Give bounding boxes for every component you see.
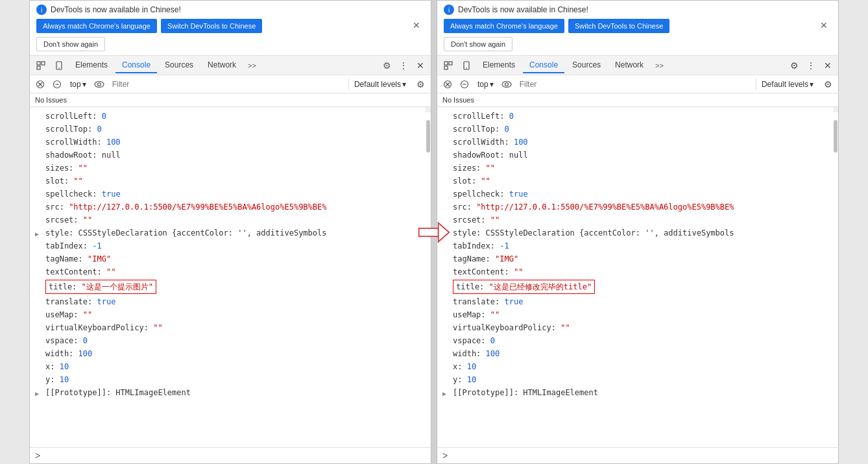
right-levels-dropdown-icon: ▾ xyxy=(810,80,814,89)
right-phone-icon[interactable] xyxy=(458,57,475,74)
left-dont-show-button[interactable]: Don't show again xyxy=(36,37,105,51)
left-match-language-button[interactable]: Always match Chrome's language xyxy=(36,19,157,33)
left-notification-title: DevTools is now available in Chinese! xyxy=(51,5,181,14)
left-clear-console-button[interactable] xyxy=(32,77,48,92)
list-item: slot: "" xyxy=(30,175,431,188)
left-tab-more[interactable]: >> xyxy=(244,59,260,72)
right-title-line: title: "这是已经修改完毕的title" xyxy=(437,278,838,295)
list-item: slot: "" xyxy=(437,175,838,188)
left-default-levels[interactable]: Default levels ▾ xyxy=(348,79,411,90)
left-prompt-icon: > xyxy=(35,450,40,461)
right-tab-controls: ⚙ ⋮ ✕ xyxy=(786,58,836,73)
left-tab-network[interactable]: Network xyxy=(201,58,243,73)
list-item: translate: true xyxy=(437,295,838,308)
list-item: scrollLeft: 0 xyxy=(30,110,431,123)
right-tab-sources[interactable]: Sources xyxy=(566,58,607,73)
list-item: sizes: "" xyxy=(30,162,431,175)
left-tab-bar: Elements Console Sources Network >> ⚙ ⋮ … xyxy=(30,56,431,75)
list-item: tagName: "IMG" xyxy=(30,252,431,265)
list-item: textContent: "" xyxy=(437,265,838,278)
list-item: style: CSSStyleDeclaration {accentColor:… xyxy=(437,226,838,239)
left-tab-sources[interactable]: Sources xyxy=(158,58,200,73)
left-devtools-panel: i DevTools is now available in Chinese! … xyxy=(29,0,431,464)
right-dont-show-button[interactable]: Don't show again xyxy=(444,37,512,51)
list-item: scrollLeft: 0 xyxy=(437,110,838,123)
right-notification-buttons: Always match Chrome's language Switch De… xyxy=(444,19,832,33)
left-console-toolbar: top ▾ Default levels ▾ ⚙ xyxy=(30,75,431,93)
right-gear-button[interactable]: ⚙ xyxy=(820,77,836,92)
right-tab-elements[interactable]: Elements xyxy=(476,58,522,73)
right-notification-bar: i DevTools is now available in Chinese! … xyxy=(437,1,838,56)
left-default-levels-label: Default levels xyxy=(354,80,401,89)
right-tab-more[interactable]: >> xyxy=(651,59,668,72)
right-more-icon[interactable]: ⋮ xyxy=(803,58,819,73)
left-console-content[interactable]: scrollLeft: 0 scrollTop: 0 scrollWidth: … xyxy=(30,107,431,447)
left-settings-icon[interactable]: ⚙ xyxy=(379,58,394,73)
right-devtools-panel: i DevTools is now available in Chinese! … xyxy=(437,0,839,464)
right-switch-chinese-button[interactable]: Switch DevTools to Chinese xyxy=(568,19,669,33)
left-top-selector[interactable]: top ▾ xyxy=(66,79,90,90)
right-title-highlighted: title: "这是已经修改完毕的title" xyxy=(453,280,595,294)
right-top-selector[interactable]: top ▾ xyxy=(474,79,498,90)
left-tab-elements[interactable]: Elements xyxy=(69,58,114,73)
right-settings-icon[interactable]: ⚙ xyxy=(786,58,802,73)
left-notification-title-row: i DevTools is now available in Chinese! xyxy=(36,5,424,15)
svg-rect-12 xyxy=(419,228,439,236)
list-item: textContent: "" xyxy=(30,265,431,278)
arrow-container xyxy=(415,0,453,464)
left-no-issues-label: No Issues xyxy=(35,96,67,104)
list-item: tagName: "IMG" xyxy=(437,252,838,265)
svg-point-4 xyxy=(58,67,60,69)
svg-rect-0 xyxy=(37,62,40,65)
list-item: srcset: "" xyxy=(437,214,838,226)
left-notification-buttons: Always match Chrome's language Switch De… xyxy=(36,19,424,33)
left-info-icon: i xyxy=(36,5,47,15)
right-filter-icon-button[interactable] xyxy=(457,77,472,92)
list-item: scrollTop: 0 xyxy=(30,123,431,136)
list-item: src: "http://127.0.0.1:5500/%E7%99%BE%E5… xyxy=(437,201,838,214)
page-wrapper: i DevTools is now available in Chinese! … xyxy=(0,0,868,464)
list-item: translate: true xyxy=(30,295,431,308)
left-tab-console[interactable]: Console xyxy=(115,58,157,73)
right-notification-title-row: i DevTools is now available in Chinese! xyxy=(444,5,832,15)
left-issues-bar: No Issues xyxy=(30,93,431,107)
list-item: spellcheck: true xyxy=(30,188,431,201)
right-filter-input[interactable] xyxy=(516,79,754,90)
left-switch-chinese-button[interactable]: Switch DevTools to Chinese xyxy=(161,19,262,33)
svg-point-18 xyxy=(466,67,467,69)
right-match-language-button[interactable]: Always match Chrome's language xyxy=(444,19,564,33)
list-item: vspace: 0 xyxy=(30,334,431,347)
left-title-line: title: "这是一个提示图片" xyxy=(30,278,431,295)
right-default-levels[interactable]: Default levels ▾ xyxy=(756,79,819,90)
svg-point-25 xyxy=(505,82,508,86)
left-top-dropdown-icon: ▾ xyxy=(82,80,86,89)
right-close-notification-button[interactable]: ✕ xyxy=(816,19,832,32)
list-item: width: 100 xyxy=(30,347,431,360)
left-more-icon[interactable]: ⋮ xyxy=(396,58,411,73)
list-item: vspace: 0 xyxy=(437,334,838,347)
list-item: sizes: "" xyxy=(437,162,838,175)
svg-rect-1 xyxy=(42,62,45,65)
list-item: useMap: "" xyxy=(437,308,838,321)
list-item: x: 10 xyxy=(30,360,431,373)
left-filter-input[interactable] xyxy=(108,79,347,90)
right-default-levels-label: Default levels xyxy=(762,80,808,89)
list-item: shadowRoot: null xyxy=(30,149,431,162)
left-eye-button[interactable] xyxy=(91,77,107,92)
right-notification-title: DevTools is now available in Chinese! xyxy=(458,5,588,14)
left-top-label: top xyxy=(70,80,81,89)
right-arrow-icon xyxy=(418,219,450,245)
right-tab-console[interactable]: Console xyxy=(523,58,564,73)
list-item: scrollWidth: 100 xyxy=(30,136,431,149)
left-cursor-icon[interactable] xyxy=(32,57,49,74)
right-console-content[interactable]: scrollLeft: 0 scrollTop: 0 scrollWidth: … xyxy=(437,107,838,447)
right-tab-network[interactable]: Network xyxy=(609,58,650,73)
right-tab-bar: Elements Console Sources Network >> ⚙ ⋮ … xyxy=(437,56,838,75)
list-item: width: 100 xyxy=(437,347,838,360)
list-item: shadowRoot: null xyxy=(437,149,838,162)
left-filter-icon-button[interactable] xyxy=(49,77,65,92)
right-close-icon[interactable]: ✕ xyxy=(820,58,836,73)
left-phone-icon[interactable] xyxy=(51,57,67,74)
svg-point-11 xyxy=(97,82,101,86)
right-eye-button[interactable] xyxy=(499,77,514,92)
